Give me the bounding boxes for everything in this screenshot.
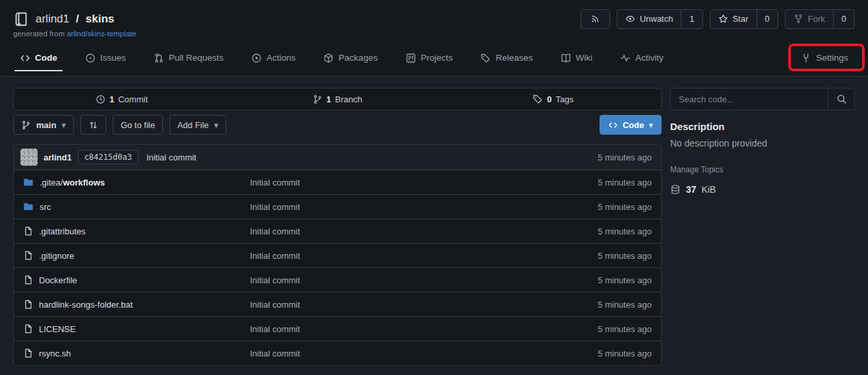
file-commit-time: 5 minutes ago [562,275,661,285]
fork-button[interactable]: Fork [786,10,833,28]
database-icon [670,184,681,195]
stars-count[interactable]: 0 [757,10,778,28]
tab-settings[interactable]: Settings [795,46,853,71]
file-name-link[interactable]: src [40,202,51,212]
summary-tags[interactable]: 0Tags [445,88,661,110]
table-row: srcInitial commit5 minutes ago [14,194,661,219]
file-commit-message-link[interactable]: Initial commit [250,275,300,285]
file-commit-message-link[interactable]: Initial commit [250,300,300,310]
code-icon [20,53,30,63]
tab-label: Projects [421,53,453,63]
search-icon [836,94,847,104]
folder-icon [23,177,34,188]
commit-message-link[interactable]: Initial commit [146,153,197,162]
file-name-link[interactable]: .gitea/workflows [40,178,105,188]
description-title: Description [670,121,855,132]
pull-icon [154,53,164,63]
file-icon [23,226,33,236]
tab-label: Wiki [576,53,593,63]
file-name-link[interactable]: .gitattributes [39,226,86,236]
summary-label: Commit [118,94,148,104]
repo-owner-link[interactable]: arlind1 [36,13,69,26]
code-search-box [670,88,855,110]
repo-title: arlind1 / skins [13,11,114,27]
file-commit-message-link[interactable]: Initial commit [250,202,300,212]
fork-label: Fork [808,14,825,24]
add-file-button[interactable]: Add File ▾ [170,115,226,135]
file-name-link[interactable]: rsync.sh [39,349,71,358]
tab-activity[interactable]: Activity [615,46,669,71]
repo-name-link[interactable]: skins [86,13,114,26]
summary-commit[interactable]: 1Commit [14,88,230,110]
add-file-label: Add File [177,120,209,130]
tab-label: Releases [495,53,532,63]
repo-summary-bar: 1Commit1Branch0Tags [13,88,662,110]
commit-hash-link[interactable]: c84215d0a3 [78,150,139,164]
file-commit-message-link[interactable]: Initial commit [250,251,300,261]
file-commit-time: 5 minutes ago [562,202,661,212]
watch-button-group: Unwatch 1 [617,9,703,29]
file-icon [23,324,33,334]
package-icon [323,53,334,63]
unwatch-label: Unwatch [640,14,673,24]
compare-button[interactable] [80,115,106,135]
repo-sidebar: Description No description provided Mana… [670,88,855,366]
tab-packages[interactable]: Packages [318,46,383,71]
tab-issues[interactable]: Issues [80,46,131,71]
star-button[interactable]: Star [710,10,757,28]
table-row: rsync.shInitial commit5 minutes ago [14,341,661,365]
search-code-input[interactable] [671,88,828,110]
star-button-group: Star 0 [710,9,778,29]
file-name-link[interactable]: Dockerfile [39,275,77,285]
tag-icon [532,94,543,104]
star-label: Star [733,14,749,24]
summary-branch[interactable]: 1Branch [230,88,445,110]
avatar[interactable] [20,149,38,166]
template-repo-link[interactable]: arlind/skins-template [67,30,136,38]
tab-pull-requests[interactable]: Pull Requests [148,46,229,71]
tab-releases[interactable]: Releases [475,46,538,71]
table-row: hardlink-songs-folder.batInitial commit5… [14,292,661,316]
repo-header: arlind1 / skins [0,0,868,77]
rss-icon [590,14,600,24]
file-commit-time: 5 minutes ago [562,226,661,236]
pulse-icon [620,53,631,63]
manage-topics-link[interactable]: Manage Topics [670,165,855,174]
rss-button[interactable] [580,9,610,29]
table-row: .gitattributesInitial commit5 minutes ag… [14,219,661,243]
file-name-link[interactable]: LICENSE [39,324,76,334]
tab-actions[interactable]: Actions [246,46,301,71]
forks-count[interactable]: 0 [833,10,854,28]
file-commit-message-link[interactable]: Initial commit [250,178,300,188]
file-commit-message-link[interactable]: Initial commit [250,349,300,358]
code-clone-button[interactable]: Code ▾ [600,115,662,135]
tab-label: Issues [100,53,126,63]
tab-label: Actions [266,53,295,63]
summary-count: 0 [547,94,551,104]
search-button[interactable] [828,88,854,110]
file-icon [23,250,33,261]
tab-label: Activity [635,53,664,63]
unwatch-button[interactable]: Unwatch [617,10,681,28]
commit-author[interactable]: arlind1 [44,153,72,162]
file-icon [23,275,33,285]
branch-selector[interactable]: main ▾ [13,115,74,135]
go-to-file-button[interactable]: Go to file [113,115,163,135]
file-name-link[interactable]: .gitignore [39,251,74,261]
tab-code[interactable]: Code [15,46,63,71]
file-commit-message-link[interactable]: Initial commit [250,324,300,334]
code-icon [608,120,618,130]
file-name-link[interactable]: hardlink-songs-folder.bat [39,300,133,310]
file-commit-message-link[interactable]: Initial commit [250,226,300,236]
watchers-count[interactable]: 1 [681,10,702,28]
book-icon [561,53,571,63]
file-commit-time: 5 minutes ago [562,349,661,358]
tab-projects[interactable]: Projects [400,46,458,71]
table-row: .gitignoreInitial commit5 minutes ago [14,243,661,267]
generated-from-line: generated from arlind/skins-template [13,30,855,38]
tab-wiki[interactable]: Wiki [555,46,598,71]
chevron-down-icon: ▾ [61,120,66,130]
issue-icon [85,53,96,63]
git-branch-icon [21,120,31,130]
repo-toolbar: main ▾ Go to file Add File ▾ [13,115,662,135]
